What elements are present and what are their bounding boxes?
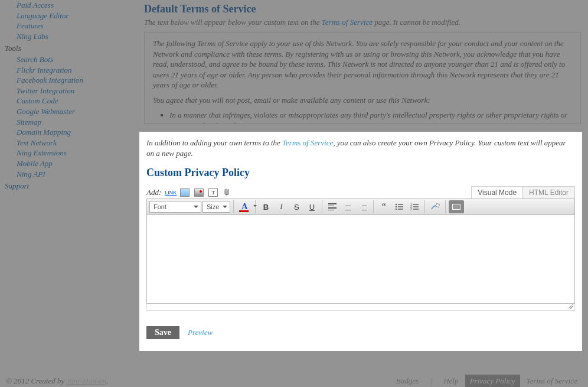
svg-rect-3	[398, 206, 403, 207]
svg-point-2	[396, 206, 397, 207]
sidebar-item-support[interactable]: Support	[5, 179, 129, 192]
show-more-link[interactable]: Show More	[229, 121, 266, 124]
footer: © 2012 Created by Jane Hansen. Badges | …	[0, 375, 588, 387]
save-button[interactable]: Save	[146, 326, 179, 339]
separator	[445, 200, 446, 213]
add-file-icon[interactable]	[223, 188, 232, 197]
align-center-button[interactable]	[341, 200, 355, 213]
text: .	[106, 376, 108, 385]
size-select[interactable]: Size	[202, 201, 230, 213]
numbered-list-button[interactable]: 123	[407, 200, 422, 213]
editor-toolbar: Font Size A B I S U “ 123	[146, 199, 575, 215]
footer-link-privacy-policy[interactable]: Privacy Policy	[465, 375, 520, 387]
sidebar-item-ning-labs[interactable]: Ning Labs	[17, 31, 129, 42]
text: The text below will appear below your cu…	[144, 18, 322, 27]
sidebar-item-test-network[interactable]: Test Network	[17, 138, 129, 148]
strikethrough-button[interactable]: S	[289, 200, 303, 213]
tos-p1: The following Terms of Service apply to …	[153, 38, 572, 90]
footer-link-badges[interactable]: Badges	[391, 375, 423, 387]
svg-point-4	[396, 209, 397, 210]
text: In addition to adding your own terms to …	[146, 138, 282, 147]
bullet-list-button[interactable]	[392, 200, 406, 213]
add-text-icon[interactable]: T	[208, 188, 218, 197]
footer-creator-link[interactable]: Jane Hansen	[67, 376, 107, 385]
svg-text:3: 3	[410, 207, 412, 210]
sidebar-item-language-editor[interactable]: Language Editor	[17, 11, 129, 21]
blockquote-button[interactable]: “	[377, 200, 391, 213]
separator	[322, 200, 322, 213]
privacy-intro: In addition to adding your own terms to …	[146, 138, 575, 158]
default-tos-panel: Default Terms of Service The text below …	[144, 3, 581, 124]
editor-mode-tabs: Visual Mode HTML Editor	[471, 186, 575, 199]
svg-rect-11	[413, 209, 419, 209]
font-select-label: Font	[153, 203, 166, 210]
sidebar-item-features[interactable]: Features	[17, 21, 129, 31]
sidebar-item-sitemap[interactable]: Sitemap	[17, 117, 129, 128]
sidebar-item-mobile-app[interactable]: Mobile App	[17, 158, 129, 169]
sidebar-item-search-bots[interactable]: Search Bots	[17, 54, 129, 65]
add-link-icon[interactable]: LINK	[166, 188, 175, 197]
sidebar-item-flickr[interactable]: Flickr Integration	[17, 65, 129, 76]
svg-rect-1	[398, 204, 403, 204]
add-label: Add:	[146, 188, 161, 197]
tab-visual-mode[interactable]: Visual Mode	[471, 186, 523, 199]
custom-privacy-policy-panel: In addition to adding your own terms to …	[139, 132, 582, 351]
svg-point-0	[396, 204, 397, 205]
svg-rect-9	[413, 206, 419, 207]
separator	[233, 200, 234, 213]
bold-button[interactable]: B	[259, 200, 273, 213]
separator	[373, 200, 374, 213]
sidebar-item-google-webmaster[interactable]: Google Webmaster	[17, 106, 129, 117]
custom-privacy-heading: Custom Privacy Policy	[146, 167, 575, 179]
tos-link[interactable]: Terms of Service	[322, 18, 373, 27]
tos-link[interactable]: Terms of Service	[282, 138, 333, 147]
sidebar-group-tools: Tools	[5, 41, 129, 54]
sidebar: Paid Access Language Editor Features Nin…	[5, 0, 129, 192]
editor-resize-handle[interactable]	[146, 304, 575, 311]
default-tos-heading: Default Terms of Service	[144, 3, 581, 15]
svg-rect-12	[436, 204, 440, 207]
tos-li1: In a manner that infringes, violates or …	[169, 110, 572, 124]
clear-formatting-button[interactable]	[428, 200, 442, 213]
footer-copyright: © 2012 Created by	[6, 376, 67, 385]
text: page. It cannot be modified.	[373, 18, 460, 27]
sidebar-item-ning-extensions[interactable]: Ning Extensions	[17, 148, 129, 158]
footer-link-terms-of-service[interactable]: Terms of Service	[522, 375, 582, 387]
italic-button[interactable]: I	[274, 200, 288, 213]
footer-link-help[interactable]: Help	[439, 375, 463, 387]
default-tos-intro: The text below will appear below your cu…	[144, 18, 581, 27]
sidebar-item-domain-mapping[interactable]: Domain Mapping	[17, 127, 129, 138]
size-select-label: Size	[207, 203, 219, 210]
sidebar-item-paid-access[interactable]: Paid Access	[17, 0, 129, 11]
separator	[424, 200, 425, 213]
preview-link[interactable]: Preview	[188, 328, 213, 337]
fullscreen-button[interactable]	[449, 200, 464, 213]
add-video-icon[interactable]	[194, 188, 204, 197]
sidebar-item-ning-api[interactable]: Ning API	[17, 169, 129, 180]
align-left-button[interactable]	[325, 200, 339, 213]
svg-rect-5	[398, 209, 403, 209]
text-color-button[interactable]: A	[237, 200, 252, 213]
svg-rect-7	[413, 204, 419, 204]
tab-html-editor[interactable]: HTML Editor	[523, 186, 575, 199]
sidebar-item-facebook[interactable]: Facebook Integration	[17, 75, 129, 86]
align-right-button[interactable]	[356, 200, 370, 213]
underline-button[interactable]: U	[305, 200, 319, 213]
font-select[interactable]: Font	[149, 201, 201, 213]
tos-p2: You agree that you will not post, email …	[153, 95, 572, 106]
sidebar-item-custom-code[interactable]: Custom Code	[17, 96, 129, 106]
add-image-icon[interactable]	[180, 188, 190, 197]
separator: |	[425, 375, 437, 387]
editor-textarea[interactable]	[146, 215, 575, 304]
default-tos-box: The following Terms of Service apply to …	[144, 32, 581, 124]
sidebar-item-twitter[interactable]: Twitter Integration	[17, 86, 129, 96]
